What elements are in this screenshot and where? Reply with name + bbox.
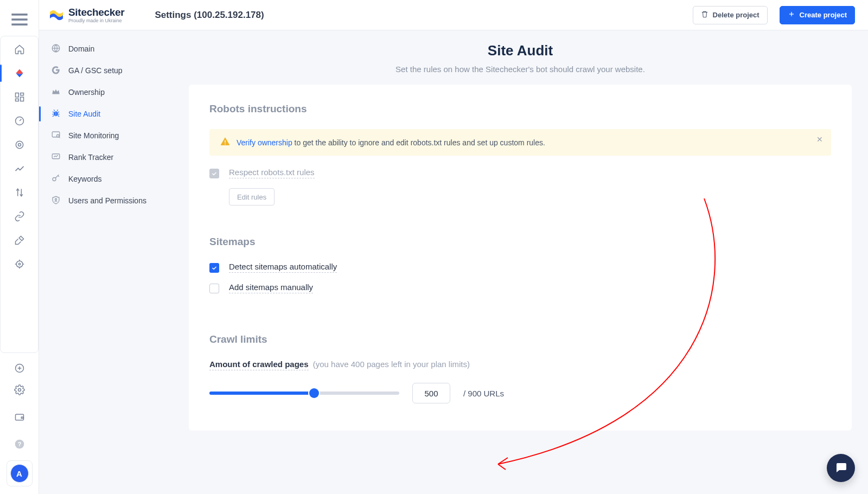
- trash-icon: [701, 10, 709, 20]
- manual-sitemaps-label: Add sitemaps manually: [229, 283, 313, 293]
- sidebar-item-label: Site Audit: [68, 110, 100, 118]
- main-column: Sitechecker Proudly made in Ukraine Sett…: [39, 0, 868, 494]
- ownership-alert: Verify ownership to get the ability to i…: [209, 129, 831, 156]
- nav-trends[interactable]: [8, 158, 31, 179]
- avatar-initial: A: [16, 469, 22, 478]
- sidebar-item-rank[interactable]: Rank Tracker: [39, 146, 173, 168]
- breadcrumb: Settings (100.25.192.178): [155, 10, 264, 21]
- bug-icon: [51, 108, 61, 120]
- settings-card: Robots instructions Verify ownership to …: [189, 85, 852, 431]
- sidebar-item-label: GA / GSC setup: [68, 66, 123, 75]
- sidebar-item-ownership[interactable]: Ownership: [39, 81, 173, 103]
- key-icon: [51, 174, 61, 185]
- rank-icon: [51, 152, 61, 163]
- avatar-button[interactable]: A: [7, 460, 33, 486]
- svg-point-8: [16, 141, 23, 148]
- edit-rules-button: Edit rules: [229, 188, 275, 206]
- topbar: Sitechecker Proudly made in Ukraine Sett…: [39, 0, 868, 30]
- content-panel: Site Audit Set the rules on how the Site…: [173, 30, 868, 494]
- svg-rect-33: [225, 140, 226, 143]
- crawl-pages-input[interactable]: [412, 383, 450, 403]
- brand-tagline: Proudly made in Ukraine: [68, 18, 124, 23]
- slider-thumb[interactable]: [309, 388, 319, 398]
- nav-dashboard[interactable]: [8, 86, 31, 108]
- sidebar-item-label: Ownership: [68, 88, 105, 97]
- chat-icon: [834, 461, 847, 476]
- sidebar-item-ga[interactable]: GA / GSC setup: [39, 60, 173, 81]
- detect-sitemaps-checkbox[interactable]: [209, 263, 219, 273]
- svg-rect-4: [20, 93, 23, 95]
- alert-rest: to get the ability to ignore and edit ro…: [292, 138, 545, 147]
- nav-settings[interactable]: [8, 379, 31, 401]
- create-project-label: Create project: [800, 11, 847, 19]
- section-heading: Robots instructions: [209, 103, 831, 115]
- page-title: Site Audit: [189, 42, 852, 59]
- section-heading: Sitemaps: [209, 236, 831, 248]
- sidebar-item-keywords[interactable]: Keywords: [39, 168, 173, 190]
- sidebar-item-label: Site Monitoring: [68, 131, 119, 140]
- nav-add[interactable]: [8, 357, 31, 379]
- sidebar-item-users[interactable]: Users and Permissions: [39, 190, 173, 211]
- menu-toggle-button[interactable]: [8, 9, 31, 30]
- delete-project-label: Delete project: [713, 11, 760, 19]
- section-heading: Crawl limits: [209, 333, 831, 345]
- sidebar-item-monitoring[interactable]: Site Monitoring: [39, 125, 173, 146]
- verify-ownership-link[interactable]: Verify ownership: [237, 138, 292, 147]
- nav-help[interactable]: ?: [8, 433, 31, 455]
- shield-icon: [51, 195, 61, 207]
- chat-button[interactable]: [827, 454, 855, 482]
- globe-icon: [51, 43, 61, 55]
- icon-rail: ? A: [0, 0, 39, 494]
- nav-links[interactable]: [8, 206, 31, 227]
- warning-icon: [220, 137, 230, 148]
- sidebar-item-label: Rank Tracker: [68, 153, 113, 162]
- alert-close-button[interactable]: ✕: [815, 134, 825, 144]
- brand-name: Sitechecker: [68, 7, 124, 17]
- svg-point-9: [16, 261, 23, 267]
- manual-sitemaps-checkbox[interactable]: [209, 284, 219, 293]
- svg-point-7: [18, 144, 21, 146]
- sidebar-item-label: Domain: [68, 44, 94, 53]
- plus-icon: [788, 10, 795, 20]
- nav-wallet[interactable]: [8, 406, 31, 428]
- svg-rect-34: [225, 144, 226, 145]
- svg-point-18: [18, 389, 21, 392]
- google-icon: [51, 65, 61, 76]
- nav-home[interactable]: [8, 39, 31, 60]
- sidebar-item-label: Keywords: [68, 175, 101, 183]
- crawl-pages-slider[interactable]: [209, 392, 399, 395]
- sidebar-item-domain[interactable]: Domain: [39, 38, 173, 60]
- brand-logo-icon: [49, 9, 64, 22]
- sidebar-item-label: Users and Permissions: [68, 196, 146, 205]
- crawl-limit-label: Amount of crawled pages (you have 400 pa…: [209, 360, 831, 369]
- nav-compare[interactable]: [8, 182, 31, 203]
- svg-rect-5: [20, 97, 23, 101]
- svg-rect-6: [15, 99, 18, 101]
- monitor-icon: [51, 130, 61, 142]
- crawl-label-hint: (you have 400 pages left in your plan li…: [313, 360, 470, 369]
- nav-target[interactable]: [8, 253, 31, 275]
- nav-audit[interactable]: [8, 62, 31, 84]
- crown-icon: [51, 87, 61, 98]
- avatar: A: [10, 464, 29, 483]
- section-crawl-limits: Crawl limits Amount of crawled pages (yo…: [209, 323, 831, 409]
- detect-sitemaps-label: Detect sitemaps automatically: [229, 262, 337, 273]
- nav-tools[interactable]: [8, 229, 31, 251]
- settings-sidebar: Domain GA / GSC setup Ownership Site Aud…: [39, 30, 173, 494]
- svg-point-10: [18, 263, 20, 265]
- create-project-button[interactable]: Create project: [780, 6, 855, 24]
- nav-tracking[interactable]: [8, 134, 31, 156]
- nav-performance[interactable]: [8, 110, 31, 132]
- sidebar-item-audit[interactable]: Site Audit: [39, 103, 173, 125]
- page-subtitle: Set the rules on how the Sitechecker's b…: [189, 65, 852, 74]
- brand[interactable]: Sitechecker Proudly made in Ukraine: [49, 7, 124, 23]
- respect-robots-checkbox: [209, 169, 219, 178]
- close-icon: ✕: [816, 135, 823, 144]
- svg-text:?: ?: [17, 441, 21, 447]
- section-sitemaps: Sitemaps Detect sitemaps automatically A…: [209, 225, 831, 323]
- svg-rect-3: [15, 93, 18, 98]
- delete-project-button[interactable]: Delete project: [693, 6, 768, 24]
- respect-robots-label: Respect robots.txt rules: [229, 168, 315, 178]
- section-robots: Robots instructions Verify ownership to …: [209, 103, 831, 225]
- svg-point-31: [53, 177, 56, 181]
